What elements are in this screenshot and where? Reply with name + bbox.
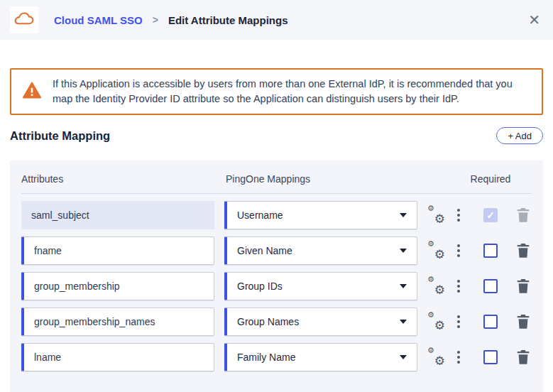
cloud-icon — [13, 11, 35, 29]
kebab-menu-icon[interactable] — [454, 351, 463, 364]
mapping-dropdown-value: Given Name — [237, 245, 292, 256]
required-checkbox: ✓ — [483, 208, 498, 222]
row-actions: ⚙⚙ — [417, 242, 532, 259]
required-checkbox[interactable] — [483, 279, 498, 293]
gear-settings-icon[interactable]: ⚙⚙ — [427, 313, 444, 330]
row-actions: ⚙⚙ ✓ — [417, 207, 532, 224]
chevron-down-icon — [400, 320, 407, 324]
section-title: Attribute Mapping — [10, 129, 110, 143]
chevron-down-icon — [400, 213, 407, 217]
warning-banner: If this Application is accessible by use… — [10, 68, 543, 115]
mapping-dropdown-value: Group Names — [237, 316, 299, 327]
kebab-menu-icon[interactable] — [454, 280, 463, 293]
section-heading-bar: Attribute Mapping + Add — [10, 125, 543, 146]
add-button[interactable]: + Add — [496, 127, 543, 144]
trash-icon[interactable] — [515, 349, 531, 366]
table-row: Group Names ⚙⚙ — [21, 307, 532, 336]
breadcrumb-app-name[interactable]: Cloud SAML SSO — [54, 14, 143, 26]
row-actions: ⚙⚙ — [417, 313, 532, 330]
app-logo-box — [10, 6, 38, 33]
mapping-dropdown[interactable]: Family Name — [224, 343, 417, 371]
warning-text: If this Application is accessible by use… — [53, 77, 528, 107]
attribute-mapping-table: Attributes PingOne Mappings Required sam… — [10, 160, 543, 392]
chevron-down-icon — [400, 284, 407, 288]
table-row: saml_subject Username ⚙⚙ ✓ — [21, 201, 532, 229]
attribute-input[interactable] — [21, 343, 214, 371]
mapping-dropdown[interactable]: Given Name — [224, 236, 417, 265]
gear-settings-icon[interactable]: ⚙⚙ — [427, 207, 444, 224]
attribute-input[interactable] — [21, 272, 214, 300]
mapping-dropdown-value: Group IDs — [237, 281, 283, 292]
trash-icon[interactable] — [515, 313, 531, 330]
trash-icon — [515, 207, 531, 224]
table-row: Group IDs ⚙⚙ — [21, 272, 532, 300]
table-row: Given Name ⚙⚙ — [21, 236, 532, 265]
required-checkbox[interactable] — [483, 350, 498, 364]
page-title: Edit Attribute Mappings — [168, 14, 288, 26]
column-header-pingone-mappings: PingOne Mappings — [224, 173, 417, 185]
kebab-menu-icon[interactable] — [454, 315, 463, 328]
close-icon[interactable]: ✕ — [528, 13, 540, 27]
required-checkbox[interactable] — [483, 315, 498, 329]
breadcrumb-separator-icon: > — [153, 14, 158, 26]
gear-settings-icon[interactable]: ⚙⚙ — [427, 349, 444, 366]
trash-icon[interactable] — [515, 242, 531, 259]
chevron-down-icon — [400, 355, 407, 359]
row-actions: ⚙⚙ — [417, 278, 532, 295]
gear-settings-icon[interactable]: ⚙⚙ — [427, 278, 444, 295]
mapping-dropdown-value: Family Name — [237, 352, 295, 363]
kebab-menu-icon[interactable] — [454, 244, 463, 257]
mapping-dropdown[interactable]: Group IDs — [224, 272, 417, 300]
table-row: Family Name ⚙⚙ — [21, 343, 532, 371]
column-header-attributes: Attributes — [21, 173, 214, 185]
required-checkbox[interactable] — [483, 244, 498, 258]
mapping-dropdown-value: Username — [237, 209, 283, 221]
gear-settings-icon[interactable]: ⚙⚙ — [427, 242, 444, 259]
column-header-required: Required — [417, 173, 532, 185]
row-actions: ⚙⚙ — [417, 349, 532, 366]
modal-header: Cloud SAML SSO > Edit Attribute Mappings… — [0, 0, 553, 40]
kebab-menu-icon[interactable] — [454, 209, 463, 222]
mapping-dropdown[interactable]: Username — [224, 201, 417, 229]
attribute-input[interactable] — [21, 307, 214, 336]
chevron-down-icon — [400, 249, 407, 253]
warning-triangle-icon — [23, 82, 41, 102]
attribute-input[interactable] — [21, 236, 214, 265]
table-header-row: Attributes PingOne Mappings Required — [21, 172, 532, 194]
mapping-dropdown[interactable]: Group Names — [224, 307, 417, 336]
attribute-field-readonly: saml_subject — [21, 201, 214, 229]
trash-icon[interactable] — [515, 278, 531, 295]
